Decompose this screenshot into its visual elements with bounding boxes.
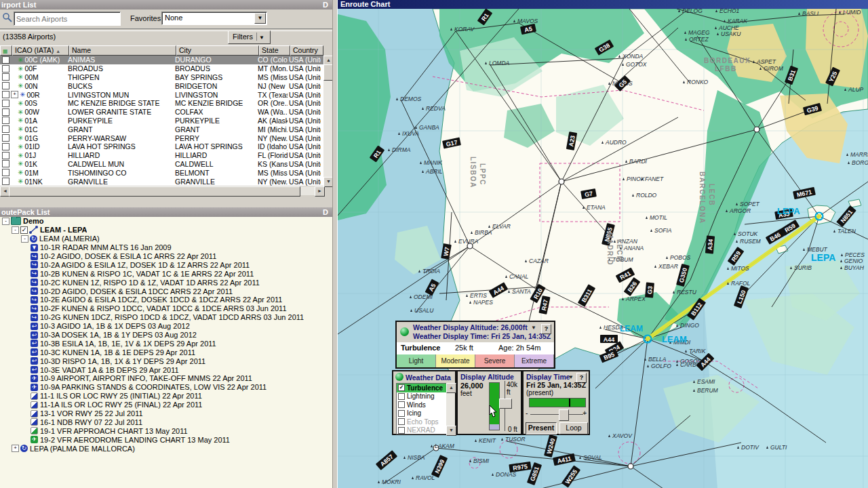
filters-button[interactable]: Filters▼ (228, 30, 271, 44)
column-header-icao-iata-[interactable]: ICAO (IATA) ▲ (12, 45, 69, 56)
row-checkbox[interactable] (2, 152, 9, 159)
scroll-down-icon[interactable]: ▼ (446, 426, 456, 436)
row-checkbox[interactable] (2, 143, 9, 150)
tree-item[interactable]: ✈19-2 VFR AERODROME LANDING CHART 13 May… (0, 435, 332, 444)
row-checkbox[interactable] (2, 73, 9, 81)
weather-layer-icing[interactable]: Icing (397, 409, 446, 418)
scrollbar-thumb[interactable] (9, 186, 300, 197)
layer-checkbox[interactable]: ✓ (398, 384, 405, 391)
row-checkbox[interactable] (2, 117, 9, 124)
route-checkbox[interactable]: ✓ (20, 226, 28, 234)
table-row[interactable]: ✳00FBROADUSBROADUSMT (Mon...USA (United (0, 64, 323, 73)
row-checkbox[interactable] (2, 100, 9, 107)
tree-item[interactable]: ↩10-3E VADAT 1A & 1B DEPS 29 Apr 2011 (0, 365, 332, 374)
tree-item[interactable]: ↪10-2A AGIDO & ESILA 1Z, DOSEK 1D & 1Z A… (0, 260, 332, 269)
table-row[interactable]: ✳01MTISHOMINGO COBELMONTMS (Missi...USA … (0, 168, 323, 177)
table-row[interactable]: ✳01APURKEYPILEPURKEYPILEAK (Alaska)USA (… (0, 117, 323, 125)
weather-layer-lightning[interactable]: Lightning (397, 392, 446, 401)
favorites-dropdown[interactable]: None ▼ (161, 12, 267, 25)
expand-icon[interactable]: + (12, 445, 19, 452)
vertical-scrollbar[interactable]: ▲ ▼ (323, 56, 332, 186)
row-checkbox[interactable] (2, 56, 9, 64)
weather-layer-echo-tops[interactable]: Echo Tops (397, 418, 446, 426)
chevron-down-icon[interactable]: ▼ (254, 13, 266, 24)
table-row[interactable]: +✳00RLIVINGSTON MUNLIVINGSTONTX (Texas)U… (0, 90, 323, 99)
tree-item[interactable]: 11-1 ILS OR LOC RWY 25 (INITIAL) 22 Apr … (0, 392, 332, 401)
table-row[interactable]: ✳01CGRANTGRANTMI (Michi...USA (United (0, 125, 323, 134)
tree-item[interactable]: -↻LEAM (ALMERIA) (0, 235, 332, 243)
tree-item[interactable]: -Demo (0, 217, 332, 226)
loop-button[interactable]: Loop (559, 422, 588, 434)
tree-item[interactable]: ↪10-2E AGIDO & ESILA 1DCZ, DOSEK 1DCD & … (0, 296, 332, 304)
tree-item[interactable]: ↩10-3D RISPO 1A, 1B, 1X & 1Y DEPS 29 Apr… (0, 357, 332, 365)
layer-checkbox[interactable] (398, 401, 405, 408)
table-row[interactable]: ✳01GPERRY-WARSAWPERRYNY (New...USA (Unit… (0, 134, 323, 142)
tree-item[interactable]: 11-1A ILS OR LOC RWY 25 (FINAL) 22 Apr 2… (0, 401, 332, 409)
table-row[interactable]: ✳01KCALDWELL MUNCALDWELLKS (Kans...USA (… (0, 160, 323, 169)
list-scrollbar[interactable]: ▲ ▼ (446, 383, 455, 434)
tree-item[interactable]: ↪10-2D AGIDO, DOSEK & ESILA 1DCC ARRS 22… (0, 287, 332, 296)
table-row[interactable]: ✳01NKGRANVILLEGRANVILLENY (New...USA (Un… (0, 177, 323, 186)
chevron-down-icon[interactable]: ▼ (568, 374, 574, 380)
row-checkbox[interactable] (2, 108, 9, 116)
scroll-up-icon[interactable]: ▲ (446, 383, 456, 393)
table-row[interactable]: ✳00WLOWER GRANITE STATECOLFAXWA (Wa...US… (0, 108, 323, 117)
row-checkbox[interactable] (2, 91, 9, 98)
tree-item[interactable]: ↪10-2C KUNEN 1Z, RISPO 1D & 1Z, VADAT 1D… (0, 278, 332, 287)
airport-list-header[interactable]: irport List D (0, 0, 334, 9)
column-header-state[interactable]: State (259, 45, 290, 56)
table-row[interactable]: ✳01JHILLIARDHILLIARDFL (Florida)USA (Uni… (0, 151, 323, 160)
tree-item[interactable]: 19-1 VFR APPROACH CHART 13 May 2011 (0, 426, 332, 435)
row-checkbox[interactable] (2, 82, 9, 89)
routepack-header[interactable]: outePack List D (0, 207, 334, 217)
table-row[interactable]: ✳00SMC KENZIE BRIDGE STATEMC KENZIE BRID… (0, 99, 323, 108)
column-header-country[interactable]: Country (290, 45, 323, 56)
row-checkbox[interactable] (2, 65, 9, 73)
table-row[interactable]: ✳01IDLAVA HOT SPRINGSLAVA HOT SPRINGSID … (0, 142, 323, 151)
panel-splitter[interactable] (332, 0, 338, 488)
column-header-city[interactable]: City (176, 45, 259, 56)
row-checkbox[interactable] (2, 178, 9, 185)
expand-icon[interactable]: + (11, 91, 18, 98)
row-checkbox[interactable] (2, 134, 9, 142)
tree-item[interactable]: ↪10-2B KUNEN & RISPO 1C, VADAT 1C & 1E A… (0, 269, 332, 278)
row-checkbox[interactable] (2, 160, 9, 167)
layer-checkbox[interactable] (398, 427, 405, 434)
tree-item[interactable]: 13-1 VOR RWY 25 22 Jul 2011 (0, 409, 332, 418)
column-header-name[interactable]: Name (69, 45, 176, 56)
time-plus[interactable]: + (583, 409, 587, 417)
table-row[interactable]: ✳00MTHIGPENBAY SPRINGSMS (Missi...USA (U… (0, 73, 323, 82)
select-column-header[interactable]: ▦ (0, 45, 12, 56)
row-checkbox[interactable] (2, 169, 9, 176)
tree-item[interactable]: -✓LEAM - LEPA (0, 226, 332, 235)
routepack-dock-button[interactable]: D (323, 207, 328, 217)
present-button[interactable]: Present (526, 422, 557, 434)
tree-item[interactable]: ↩10-3B ESILA 1A, 1B, 1E, 1V & 1X DEPS 29… (0, 339, 332, 348)
time-minus[interactable]: - (526, 409, 528, 417)
altitude-slider-handle[interactable] (499, 399, 512, 409)
layer-checkbox[interactable] (398, 393, 405, 400)
help-button[interactable]: ? (541, 324, 551, 334)
tree-item[interactable]: ✈10-9 AIRPORT, AIRPORT INFO, TAKE-OFF MN… (0, 374, 332, 383)
weather-layer-turbulence[interactable]: ✓Turbulence (397, 384, 446, 392)
expand-icon[interactable]: - (2, 218, 9, 225)
tree-item[interactable]: ↩10-3 AGIDO 1A, 1B & 1X DEPS 03 Aug 2012 (0, 322, 332, 331)
tree-item[interactable]: ↪10-2F KUNEN & RISPO 1DCC, VADAT 1DCC & … (0, 304, 332, 313)
time-slider-handle[interactable] (559, 409, 569, 421)
weather-layer-winds[interactable]: Winds (397, 401, 446, 409)
table-row[interactable]: ✳00NBUCKSBRIDGETONNJ (New ...USA (United (0, 81, 323, 90)
row-checkbox[interactable] (2, 125, 9, 133)
layer-checkbox[interactable] (398, 418, 405, 425)
horizontal-scrollbar[interactable]: ◄ ► (0, 186, 323, 195)
tree-item[interactable]: ▼10-1R RADAR MNM ALTS 16 Jan 2009 (0, 243, 332, 252)
tree-item[interactable]: ↪10-2G KUNEN 1DCZ, RISPO 1DCD & 1DCZ, VA… (0, 313, 332, 322)
tree-item[interactable]: 16-1 NDB RWY 07 22 Jul 2011 (0, 418, 332, 426)
tree-item[interactable]: ✈10-9A PARKING STANDS & COORDINATES, LOW… (0, 383, 332, 392)
tree-item[interactable]: ↪10-2 AGIDO, DOSEK & ESILA 1C ARRS 22 Ap… (0, 252, 332, 261)
expand-icon[interactable]: - (21, 235, 28, 243)
table-row[interactable]: ✳00C (AMK)ANIMASDURANGOCO (Colo...USA (U… (0, 56, 323, 64)
time-slider-track[interactable] (530, 414, 583, 415)
tree-item[interactable]: ↩10-3C KUNEN 1A, 1B & 1E DEPS 29 Apr 201… (0, 348, 332, 357)
weather-layer-nexrad[interactable]: NEXRAD (397, 426, 446, 435)
search-input[interactable] (14, 12, 121, 26)
